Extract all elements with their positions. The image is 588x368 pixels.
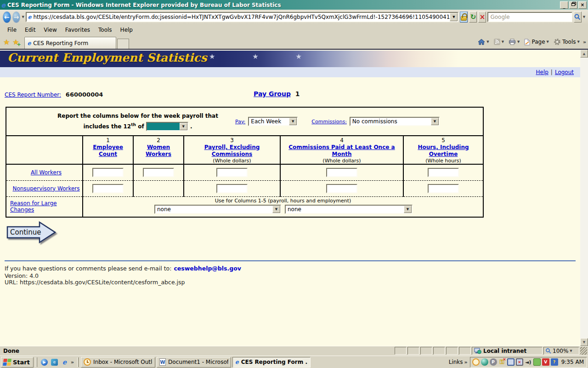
nonsup-payroll-input[interactable] — [216, 184, 248, 193]
tools-menu-button[interactable]: Tools ▼ — [552, 37, 581, 46]
page-dropdown-icon[interactable]: ▼ — [547, 40, 549, 44]
task-button-outlook[interactable]: Inbox - Microsoft Outlook — [81, 357, 155, 368]
pay-link[interactable]: Pay: — [235, 119, 245, 125]
outlook-express-icon[interactable]: e — [51, 358, 58, 366]
vertical-scrollbar[interactable]: ▲ ▼ — [580, 50, 588, 346]
stop-button[interactable]: × — [478, 12, 486, 23]
quick-launch-chevron-icon[interactable]: » — [71, 359, 74, 365]
print-dropdown-icon[interactable]: ▼ — [517, 40, 520, 44]
page-menu-button[interactable]: Page ▼ — [523, 38, 550, 46]
menu-view[interactable]: View — [40, 26, 60, 34]
continue-button[interactable]: Continue — [6, 221, 57, 245]
back-button[interactable]: ← — [3, 12, 11, 23]
media-player-icon[interactable]: ▶ — [40, 358, 48, 366]
commissions-link[interactable]: Commissions: — [311, 119, 347, 125]
menu-tools[interactable]: Tools — [95, 26, 116, 34]
favorites-button[interactable]: ★ — [3, 38, 10, 46]
nonsup-employee-count-input[interactable] — [92, 184, 124, 193]
internet-explorer-icon[interactable]: e — [61, 358, 68, 366]
security-zone-label: Local intranet — [483, 348, 526, 354]
overflow-chevron-icon[interactable]: » — [583, 39, 586, 45]
links-chevron-icon[interactable]: » — [464, 359, 468, 365]
home-dropdown-icon[interactable]: ▼ — [486, 40, 489, 44]
nonsup-hours-input[interactable] — [428, 184, 459, 193]
reason-select-1[interactable]: none▼ — [154, 205, 281, 214]
task-button-ces-form[interactable]: e CES Reporting Form ... — [232, 357, 311, 368]
zoom-control[interactable]: 100% ▼ — [543, 347, 579, 355]
select-arrow-icon[interactable]: ▼ — [180, 123, 187, 130]
display-tray-icon[interactable] — [507, 358, 514, 366]
payroll-link[interactable]: Payroll, Excluding Commissions — [204, 144, 260, 157]
key-alert-tray-icon[interactable]: ⚿ — [498, 358, 506, 366]
hours-link[interactable]: Hours, Including Overtime — [418, 144, 469, 157]
tools-dropdown-icon[interactable]: ▼ — [577, 40, 580, 44]
all-workers-payroll-input[interactable] — [216, 168, 248, 177]
feeds-button[interactable]: ▼ — [492, 38, 505, 46]
nonsupervisory-workers-link[interactable]: Nonsupervisory Workers — [12, 185, 79, 192]
scroll-up-button[interactable]: ▲ — [580, 50, 588, 58]
week-select[interactable]: ▼ — [146, 122, 188, 131]
restore-button[interactable] — [569, 1, 577, 9]
employee-count-link[interactable]: Employee Count — [93, 144, 123, 157]
url-text[interactable]: https://cesdata.bls.gov/CESLite/entryFor… — [33, 14, 450, 20]
search-box[interactable] — [487, 12, 572, 22]
all-workers-link[interactable]: All Workers — [31, 169, 62, 176]
logout-link[interactable]: Logout — [555, 69, 574, 75]
menu-favorites[interactable]: Favorites — [62, 26, 94, 34]
minimize-button[interactable]: _ — [560, 1, 568, 9]
select-arrow-icon[interactable]: ▼ — [404, 206, 412, 213]
address-field[interactable]: e https://cesdata.bls.gov/CESLite/entryF… — [26, 12, 459, 22]
footer-email-link[interactable]: ceswebhelp@bls.gov — [174, 265, 241, 272]
all-workers-hours-input[interactable] — [428, 168, 459, 177]
new-tab-stub[interactable] — [117, 39, 129, 49]
commissions-select[interactable]: No commissions▼ — [350, 117, 440, 126]
search-options-icon[interactable]: ▼ — [583, 15, 585, 19]
security-lock-tray-icon[interactable]: ? — [551, 358, 558, 366]
menu-edit[interactable]: Edit — [21, 26, 39, 34]
network-globe-tray-icon[interactable] — [481, 358, 488, 366]
pay-group-link[interactable]: Pay Group — [254, 90, 291, 98]
address-dropdown-button[interactable]: ▼ — [450, 13, 458, 21]
p-badge-tray-icon[interactable]: P — [490, 358, 497, 366]
reason-select-2[interactable]: none▼ — [285, 205, 413, 214]
ces-report-number-link[interactable]: CES Report Number: — [5, 92, 61, 98]
task-button-word[interactable]: W Document1 - Microsoft W... — [157, 357, 231, 368]
scroll-down-button[interactable]: ▼ — [580, 338, 588, 346]
select-arrow-icon[interactable]: ▼ — [431, 118, 439, 125]
home-button[interactable]: ▼ — [476, 38, 490, 46]
select-arrow-icon[interactable]: ▼ — [272, 206, 280, 213]
feeds-dropdown-icon[interactable]: ▼ — [502, 40, 504, 44]
security-lock-button[interactable] — [460, 12, 468, 23]
all-workers-employee-count-input[interactable] — [92, 168, 124, 177]
refresh-button[interactable]: ↻ — [469, 12, 477, 23]
resize-grip[interactable] — [580, 347, 587, 355]
all-workers-women-workers-input[interactable] — [143, 168, 174, 177]
start-button[interactable]: Start — [1, 357, 34, 368]
forward-button[interactable]: → — [12, 12, 21, 23]
links-toolbar[interactable]: Links » — [449, 359, 469, 365]
search-button[interactable] — [574, 12, 582, 23]
all-workers-commissions-input[interactable] — [326, 168, 357, 177]
outlook-reminder-tray-icon[interactable] — [472, 358, 480, 366]
tab-ces-reporting-form[interactable]: e CES Reporting Form — [24, 37, 116, 49]
search-input[interactable] — [488, 14, 571, 20]
antivirus-shield-tray-icon[interactable]: V — [542, 358, 549, 366]
history-dropdown-icon[interactable]: ▼ — [22, 15, 24, 19]
menu-file[interactable]: File — [4, 26, 20, 34]
menu-help[interactable]: Help — [117, 26, 136, 34]
add-favorite-button[interactable]: ★+ — [12, 38, 19, 46]
women-workers-link[interactable]: Women Workers — [146, 144, 171, 157]
reason-large-changes-link[interactable]: Reason for Large Changes — [10, 200, 57, 213]
commissions-paid-link[interactable]: Commissions Paid at Least Once a Month — [288, 144, 395, 157]
utility-tray-icon[interactable] — [533, 358, 541, 366]
rss-icon — [494, 39, 500, 45]
select-arrow-icon[interactable]: ▼ — [289, 118, 297, 125]
volume-tray-icon[interactable]: ◄) — [525, 358, 532, 366]
network-disconnected-tray-icon[interactable]: × — [516, 358, 523, 366]
pay-frequency-select[interactable]: Each Week▼ — [248, 117, 298, 126]
print-button[interactable]: ▼ — [507, 38, 521, 46]
nonsup-commissions-input[interactable] — [326, 184, 357, 193]
help-link[interactable]: Help — [536, 69, 548, 75]
close-button[interactable]: × — [578, 1, 587, 9]
zoom-dropdown-icon[interactable]: ▼ — [570, 349, 572, 353]
